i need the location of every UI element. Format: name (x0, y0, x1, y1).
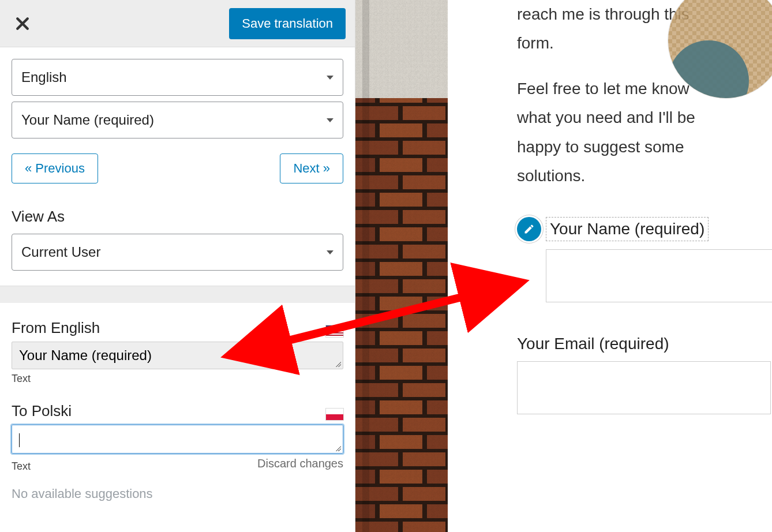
view-as-select[interactable]: Current User (12, 234, 343, 271)
background-image-strip (355, 0, 448, 532)
source-type-label: Text (12, 373, 343, 385)
string-select[interactable]: Your Name (required) (12, 102, 343, 138)
no-suggestions-text: No available suggestions (12, 486, 343, 501)
preview-name-input[interactable] (546, 249, 772, 302)
to-language-label: To Polski (12, 402, 72, 420)
flag-us-icon (326, 325, 343, 337)
svg-rect-9 (362, 0, 369, 532)
preview-paragraph-2: Feel free to let me know what you need a… (517, 74, 707, 191)
chevron-down-icon (327, 76, 333, 80)
source-text-box: Your Name (required) (12, 342, 343, 369)
from-language-label: From English (12, 319, 100, 337)
discard-changes-link[interactable]: Discard changes (257, 457, 343, 473)
string-select-value: Your Name (required) (21, 112, 154, 128)
source-text-value: Your Name (required) (19, 347, 152, 363)
next-button[interactable]: Next » (280, 153, 343, 183)
preview-name-label: Your Name (required) (546, 217, 709, 241)
flag-pl-icon (326, 409, 343, 420)
edit-translation-badge[interactable] (517, 217, 541, 241)
view-as-select-value: Current User (21, 244, 100, 260)
target-type-label: Text (12, 460, 31, 473)
preview-email-input[interactable] (517, 361, 771, 414)
chevron-down-icon (327, 250, 333, 254)
chevron-down-icon (327, 118, 333, 122)
language-select[interactable]: English (12, 59, 343, 96)
previous-button[interactable]: « Previous (12, 153, 98, 183)
view-as-heading: View As (12, 208, 343, 226)
language-select-value: English (21, 69, 67, 85)
save-translation-button[interactable]: Save translation (229, 8, 346, 39)
preview-email-label: Your Email (required) (517, 335, 772, 353)
close-icon[interactable] (14, 15, 31, 32)
target-text-input[interactable] (12, 425, 343, 454)
